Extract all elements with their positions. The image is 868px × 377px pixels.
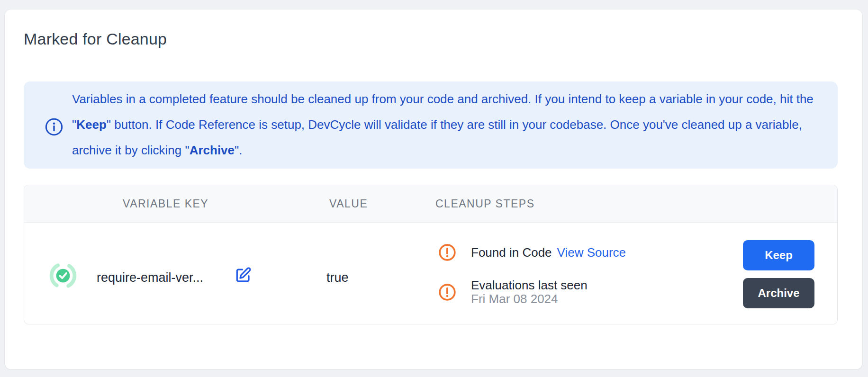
edit-pencil-icon[interactable] — [234, 266, 252, 284]
banner-bold-keep: Keep — [76, 117, 107, 132]
step-label: Evaluations last seen — [471, 278, 588, 292]
page-title: Marked for Cleanup — [24, 29, 167, 48]
archive-button[interactable]: Archive — [743, 278, 814, 308]
banner-bold-archive: Archive — [190, 143, 235, 157]
step-date: Fri Mar 08 2024 — [471, 292, 588, 306]
col-header-cleanup-steps: CLEANUP STEPS — [435, 185, 535, 222]
info-banner-text: Variables in a completed feature should … — [72, 86, 824, 163]
variable-value: true — [326, 269, 349, 287]
cleanup-table: VARIABLE KEY VALUE CLEANUP STEPS require… — [24, 185, 838, 324]
cleanup-step-evaluations: Evaluations last seen Fri Mar 08 2024 — [438, 278, 626, 306]
step-label: Found in Code — [471, 245, 552, 260]
cleanup-step-text: Found in Code View Source — [471, 245, 626, 260]
cleanup-step-text: Evaluations last seen Fri Mar 08 2024 — [471, 278, 588, 306]
view-source-link[interactable]: View Source — [557, 245, 626, 260]
info-icon — [45, 117, 63, 136]
table-row: require-email-ver... true — [24, 223, 837, 324]
warning-circle-icon — [438, 283, 456, 301]
table-header-row: VARIABLE KEY VALUE CLEANUP STEPS — [24, 185, 837, 223]
cleanup-step-found-in-code: Found in Code View Source — [438, 243, 626, 261]
banner-text-part2: " button. If Code Reference is setup, De… — [72, 117, 802, 157]
col-header-variable-key: VARIABLE KEY — [123, 185, 208, 222]
col-header-value: VALUE — [329, 185, 368, 222]
keep-button[interactable]: Keep — [743, 240, 814, 270]
warning-circle-icon — [438, 243, 456, 261]
banner-text-part3: ". — [235, 143, 242, 157]
variable-status-complete-icon — [49, 261, 77, 290]
variable-key: require-email-ver... — [97, 269, 203, 287]
info-banner: Variables in a completed feature should … — [24, 81, 838, 169]
marked-for-cleanup-card: Marked for Cleanup Variables in a comple… — [5, 9, 862, 369]
cleanup-steps: Found in Code View Source Evaluations la… — [438, 243, 626, 306]
